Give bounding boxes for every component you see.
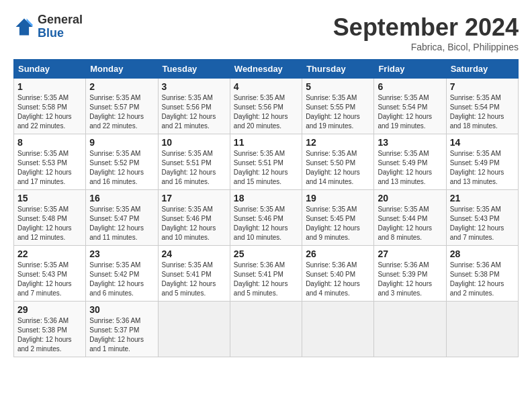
calendar-table: SundayMondayTuesdayWednesdayThursdayFrid… bbox=[13, 59, 519, 357]
table-row bbox=[158, 302, 230, 357]
logo-icon bbox=[13, 16, 35, 38]
page-header: General Blue September 2024 Fabrica, Bic… bbox=[13, 13, 519, 52]
logo: General Blue bbox=[13, 13, 83, 40]
table-row: 19Sunrise: 5:35 AMSunset: 5:45 PMDayligh… bbox=[302, 190, 374, 246]
table-row: 9Sunrise: 5:35 AMSunset: 5:52 PMDaylight… bbox=[86, 134, 158, 190]
weekday-header-thursday: Thursday bbox=[302, 60, 374, 79]
week-row-0: 1Sunrise: 5:35 AMSunset: 5:58 PMDaylight… bbox=[14, 79, 519, 134]
svg-marker-0 bbox=[16, 18, 33, 35]
table-row: 20Sunrise: 5:35 AMSunset: 5:44 PMDayligh… bbox=[374, 190, 446, 246]
table-row: 16Sunrise: 5:35 AMSunset: 5:47 PMDayligh… bbox=[86, 190, 158, 246]
table-row: 6Sunrise: 5:35 AMSunset: 5:54 PMDaylight… bbox=[374, 79, 446, 134]
table-row: 25Sunrise: 5:36 AMSunset: 5:41 PMDayligh… bbox=[230, 246, 302, 302]
weekday-header-tuesday: Tuesday bbox=[158, 60, 230, 79]
table-row bbox=[446, 302, 518, 357]
weekday-header-sunday: Sunday bbox=[14, 60, 86, 79]
location: Fabrica, Bicol, Philippines bbox=[333, 42, 519, 52]
logo-general: General bbox=[38, 13, 83, 27]
table-row: 14Sunrise: 5:35 AMSunset: 5:49 PMDayligh… bbox=[446, 134, 518, 190]
table-row: 22Sunrise: 5:35 AMSunset: 5:43 PMDayligh… bbox=[14, 246, 86, 302]
table-row: 17Sunrise: 5:35 AMSunset: 5:46 PMDayligh… bbox=[158, 190, 230, 246]
table-row: 28Sunrise: 5:36 AMSunset: 5:38 PMDayligh… bbox=[446, 246, 518, 302]
table-row bbox=[374, 302, 446, 357]
table-row: 4Sunrise: 5:35 AMSunset: 5:56 PMDaylight… bbox=[230, 79, 302, 134]
weekday-header-saturday: Saturday bbox=[446, 60, 518, 79]
week-row-1: 8Sunrise: 5:35 AMSunset: 5:53 PMDaylight… bbox=[14, 134, 519, 190]
table-row: 5Sunrise: 5:35 AMSunset: 5:55 PMDaylight… bbox=[302, 79, 374, 134]
week-row-4: 29Sunrise: 5:36 AMSunset: 5:38 PMDayligh… bbox=[14, 302, 519, 357]
weekday-header-monday: Monday bbox=[86, 60, 158, 79]
table-row: 30Sunrise: 5:36 AMSunset: 5:37 PMDayligh… bbox=[86, 302, 158, 357]
table-row: 26Sunrise: 5:36 AMSunset: 5:40 PMDayligh… bbox=[302, 246, 374, 302]
table-row: 8Sunrise: 5:35 AMSunset: 5:53 PMDaylight… bbox=[14, 134, 86, 190]
table-row: 18Sunrise: 5:35 AMSunset: 5:46 PMDayligh… bbox=[230, 190, 302, 246]
weekday-header-wednesday: Wednesday bbox=[230, 60, 302, 79]
table-row bbox=[230, 302, 302, 357]
week-row-3: 22Sunrise: 5:35 AMSunset: 5:43 PMDayligh… bbox=[14, 246, 519, 302]
week-row-2: 15Sunrise: 5:35 AMSunset: 5:48 PMDayligh… bbox=[14, 190, 519, 246]
table-row: 7Sunrise: 5:35 AMSunset: 5:54 PMDaylight… bbox=[446, 79, 518, 134]
table-row: 15Sunrise: 5:35 AMSunset: 5:48 PMDayligh… bbox=[14, 190, 86, 246]
table-row: 12Sunrise: 5:35 AMSunset: 5:50 PMDayligh… bbox=[302, 134, 374, 190]
table-row: 27Sunrise: 5:36 AMSunset: 5:39 PMDayligh… bbox=[374, 246, 446, 302]
table-row bbox=[302, 302, 374, 357]
table-row: 3Sunrise: 5:35 AMSunset: 5:56 PMDaylight… bbox=[158, 79, 230, 134]
table-row: 13Sunrise: 5:35 AMSunset: 5:49 PMDayligh… bbox=[374, 134, 446, 190]
table-row: 23Sunrise: 5:35 AMSunset: 5:42 PMDayligh… bbox=[86, 246, 158, 302]
month-title: September 2024 bbox=[333, 13, 519, 42]
table-row: 24Sunrise: 5:35 AMSunset: 5:41 PMDayligh… bbox=[158, 246, 230, 302]
weekday-header-friday: Friday bbox=[374, 60, 446, 79]
table-row: 1Sunrise: 5:35 AMSunset: 5:58 PMDaylight… bbox=[14, 79, 86, 134]
table-row: 10Sunrise: 5:35 AMSunset: 5:51 PMDayligh… bbox=[158, 134, 230, 190]
table-row: 11Sunrise: 5:35 AMSunset: 5:51 PMDayligh… bbox=[230, 134, 302, 190]
title-block: September 2024 Fabrica, Bicol, Philippin… bbox=[333, 13, 519, 52]
table-row: 2Sunrise: 5:35 AMSunset: 5:57 PMDaylight… bbox=[86, 79, 158, 134]
table-row: 21Sunrise: 5:35 AMSunset: 5:43 PMDayligh… bbox=[446, 190, 518, 246]
table-row: 29Sunrise: 5:36 AMSunset: 5:38 PMDayligh… bbox=[14, 302, 86, 357]
logo-blue: Blue bbox=[38, 27, 83, 40]
weekday-header-row: SundayMondayTuesdayWednesdayThursdayFrid… bbox=[14, 60, 519, 79]
